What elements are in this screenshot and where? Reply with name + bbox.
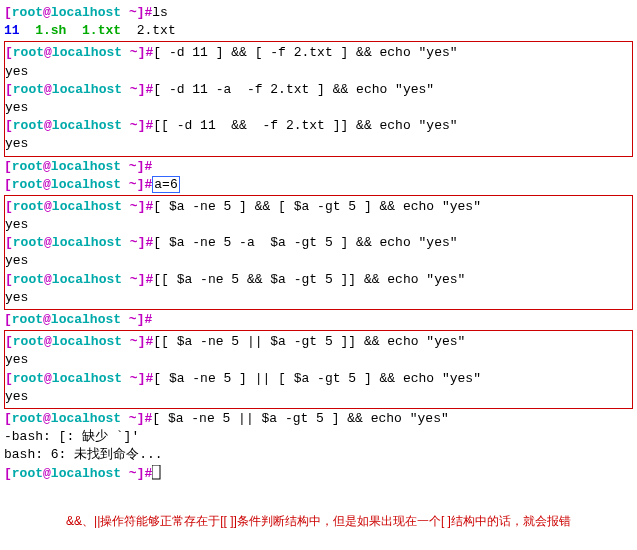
cmd-line-4: [root@localhost ~]#[ $a -ne 5 ] && [ $a … — [5, 198, 632, 216]
example-block-3: [root@localhost ~]#[[ $a -ne 5 || $a -gt… — [4, 330, 633, 409]
cmd-line-2: [root@localhost ~]#[ -d 11 -a -f 2.txt ]… — [5, 81, 632, 99]
highlight-assign[interactable]: a=6 — [152, 176, 179, 193]
cursor-icon — [152, 465, 162, 481]
ls-cmd[interactable]: ls — [152, 5, 168, 20]
error-output-1: -bash: [: 缺少 `]' — [4, 428, 633, 446]
output-yes-7: yes — [5, 351, 632, 369]
example-block-2: [root@localhost ~]#[ $a -ne 5 ] && [ $a … — [4, 195, 633, 310]
output-yes-1: yes — [5, 63, 632, 81]
output-yes-3: yes — [5, 135, 632, 153]
cmd-line-7: [root@localhost ~]#[[ $a -ne 5 || $a -gt… — [5, 333, 632, 351]
empty-prompt-1: [root@localhost ~]# — [4, 158, 633, 176]
example-block-1: [root@localhost ~]#[ -d 11 ] && [ -f 2.t… — [4, 41, 633, 156]
output-yes-6: yes — [5, 289, 632, 307]
empty-prompt-2: [root@localhost ~]# — [4, 311, 633, 329]
output-yes-2: yes — [5, 99, 632, 117]
cmd-line-1: [root@localhost ~]#[ -d 11 ] && [ -f 2.t… — [5, 44, 632, 62]
user: root — [12, 5, 43, 20]
output-yes-4: yes — [5, 216, 632, 234]
cmd-line-8: [root@localhost ~]#[ $a -ne 5 ] || [ $a … — [5, 370, 632, 388]
cursor-prompt[interactable]: [root@localhost ~]# — [4, 465, 633, 483]
footnote-text: &&、||操作符能够正常存在于[[ ]]条件判断结构中，但是如果出现在一个[ ]… — [4, 513, 633, 530]
host: localhost — [51, 5, 121, 20]
cmd-line-3: [root@localhost ~]#[[ -d 11 && -f 2.txt … — [5, 117, 632, 135]
assign-line: [root@localhost ~]#a=6 — [4, 176, 633, 194]
output-yes-8: yes — [5, 388, 632, 406]
ls-output: 11 1.sh 1.txt 2.txt — [4, 22, 633, 40]
cmd-line-5: [root@localhost ~]#[ $a -ne 5 -a $a -gt … — [5, 234, 632, 252]
error-output-2: bash: 6: 未找到命令... — [4, 446, 633, 464]
output-yes-5: yes — [5, 252, 632, 270]
cmd-error-line: [root@localhost ~]#[ $a -ne 5 || $a -gt … — [4, 410, 633, 428]
svg-rect-0 — [152, 465, 160, 479]
cmd-line-6: [root@localhost ~]#[[ $a -ne 5 && $a -gt… — [5, 271, 632, 289]
prompt-line-ls: [root@localhost ~]#ls — [4, 4, 633, 22]
